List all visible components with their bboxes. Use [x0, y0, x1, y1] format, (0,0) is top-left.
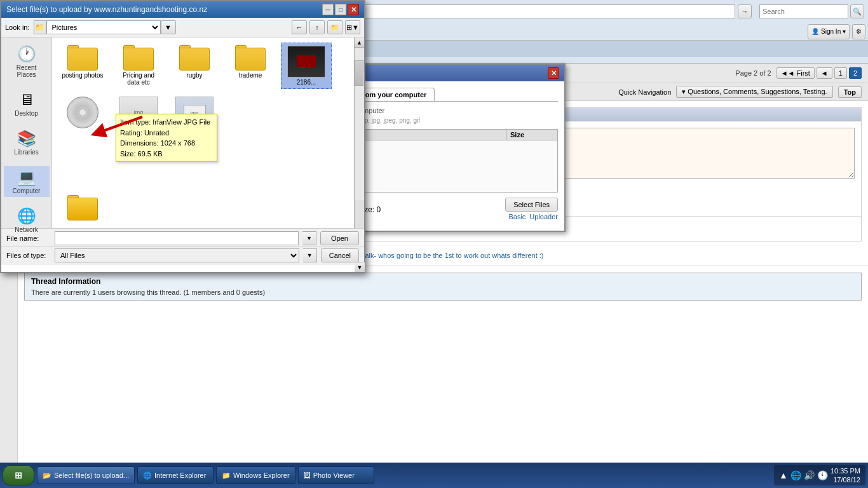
- go-button[interactable]: →: [738, 4, 752, 18]
- sidebar-libraries[interactable]: 📚 Libraries: [4, 127, 50, 158]
- taskbar-item-explorer[interactable]: 📁 Windows Explorer: [216, 466, 295, 484]
- taskbar-icon-photos: 🖼: [304, 471, 311, 479]
- maximize-button[interactable]: □: [335, 4, 346, 15]
- dialog-close-button[interactable]: ✕: [348, 4, 359, 15]
- toolbar-view-button[interactable]: ⊞▼: [345, 20, 360, 34]
- recent-places-label: Recent Places: [6, 64, 47, 78]
- sidebar-desktop[interactable]: 🖥 Desktop: [4, 88, 50, 119]
- folder-icon-rugby: [179, 45, 210, 71]
- system-tray: ▲ 🌐 🔊 🕙 10:35 PM 17/08/12: [774, 465, 865, 485]
- tooltip-rating: Rating: Unrated: [120, 128, 213, 139]
- top-button[interactable]: Top: [838, 86, 862, 98]
- look-in-select[interactable]: Pictures: [46, 20, 161, 34]
- toolbar-newfolder-button[interactable]: 📁: [327, 20, 342, 34]
- taskbar: ⊞ 📂 Select file(s) to upload... 🌐 Intern…: [0, 463, 868, 488]
- start-button[interactable]: ⊞: [3, 465, 34, 485]
- page-1-button[interactable]: 1: [834, 67, 847, 79]
- folder-icon-trademe: [235, 45, 266, 71]
- file-item-trademe[interactable]: trademe: [225, 43, 276, 89]
- dialog-file-content: posting photos Pricing and data etc rugb…: [52, 37, 354, 228]
- file-item-2186[interactable]: 2186...: [281, 43, 332, 89]
- sign-in-button[interactable]: 👤 Sign In ▾: [808, 24, 850, 39]
- file-item-disc[interactable]: [57, 94, 108, 139]
- look-in-label: Look in:: [5, 24, 30, 31]
- file-item-pricing[interactable]: Pricing and data etc: [113, 43, 164, 89]
- filetype-select[interactable]: All Files: [55, 248, 299, 262]
- file-item-posting-photos[interactable]: posting photos: [57, 43, 108, 89]
- taskbar-item-dialog[interactable]: 📂 Select file(s) to upload...: [37, 466, 135, 484]
- taskbar-icon-dialog: 📂: [43, 471, 51, 480]
- uploader-link[interactable]: Uploader: [529, 213, 558, 222]
- file-label-2186: 2186...: [297, 79, 316, 86]
- dialog-title: Select file(s) to upload by www.nzhuntin…: [6, 5, 207, 14]
- file-item-rugby[interactable]: rugby: [169, 43, 220, 89]
- tray-network-icon[interactable]: 🌐: [790, 470, 801, 480]
- quick-nav-label: Quick Navigation: [618, 88, 671, 96]
- taskbar-label-photos: Photo Viewer: [313, 471, 355, 479]
- tooltip-size: Size: 69.5 KB: [120, 149, 213, 159]
- filename-input[interactable]: [55, 231, 299, 245]
- tray-show-hidden-button[interactable]: ▲: [779, 470, 788, 480]
- libraries-label: Libraries: [14, 149, 38, 156]
- tooltip-item-type: Item type: IrfanView JPG File: [120, 117, 213, 128]
- search-input[interactable]: [759, 4, 848, 18]
- folder-icon-posting: [67, 45, 98, 71]
- dialog-sidebar: 🕐 Recent Places 🖥 Desktop 📚 Libraries 💻 …: [1, 37, 52, 228]
- basic-link[interactable]: Basic: [508, 213, 526, 222]
- dialog-titlebar: Select file(s) to upload by www.nzhuntin…: [1, 1, 364, 18]
- toolbar-back-button[interactable]: ←: [292, 20, 307, 34]
- libraries-icon: 📚: [17, 130, 36, 147]
- cancel-dialog-button[interactable]: Cancel: [321, 248, 359, 262]
- file-label-posting-photos: posting photos: [62, 72, 103, 79]
- filetype-label: Files of type:: [6, 252, 51, 259]
- quick-nav-dropdown[interactable]: ▾ Questions, Comments, Suggestions, Test…: [676, 86, 832, 98]
- thread-info: Thread Information There are currently 1…: [24, 273, 862, 301]
- prev-page-button[interactable]: ◄: [817, 67, 832, 79]
- folder-icon-pricing: [123, 45, 154, 71]
- folder-icon-extra: [67, 195, 98, 220]
- sidebar-computer[interactable]: 💻 Computer: [4, 166, 50, 197]
- open-button[interactable]: Open: [320, 231, 359, 245]
- scroll-down-button[interactable]: ▼: [355, 262, 365, 272]
- taskbar-icon-explorer: 📁: [222, 471, 231, 480]
- toolbar-up-button[interactable]: ↑: [309, 20, 325, 34]
- computer-icon: 💻: [17, 168, 36, 186]
- filename-dropdown-button[interactable]: ▼: [302, 231, 316, 245]
- page-2-button[interactable]: 2: [849, 67, 862, 79]
- computer-label: Computer: [13, 187, 41, 194]
- file-item-extra-folder[interactable]: [57, 193, 108, 223]
- dialog-scrollbar[interactable]: ▲ ▼: [354, 37, 364, 228]
- minimize-button[interactable]: ─: [322, 4, 334, 15]
- tray-volume-icon[interactable]: 🔊: [804, 470, 815, 480]
- scroll-up-button[interactable]: ▲: [355, 37, 364, 48]
- dialog-toolbar: Look in: 📁 Pictures ▼ ← ↑ 📁 ⊞▼: [1, 18, 364, 37]
- taskbar-label-ie: Internet Explorer: [154, 471, 206, 479]
- taskbar-label-explorer: Windows Explorer: [233, 471, 290, 479]
- filetype-dropdown-button[interactable]: ▼: [303, 248, 317, 262]
- sidebar-network[interactable]: 🌐 Network: [4, 205, 50, 236]
- taskbar-item-ie[interactable]: 🌐 Internet Explorer: [137, 466, 214, 484]
- file-dialog: Select file(s) to upload by www.nzhuntin…: [0, 0, 365, 273]
- disc-icon: [67, 97, 98, 128]
- select-files-button[interactable]: Select Files: [505, 198, 558, 212]
- thread-info-text: There are currently 1 users browsing thi…: [31, 288, 855, 296]
- recent-places-icon: 🕐: [17, 45, 36, 63]
- sidebar-recent-places[interactable]: 🕐 Recent Places: [4, 43, 50, 81]
- network-label: Network: [15, 226, 38, 233]
- tray-time: 10:35 PM 17/08/12: [831, 466, 860, 485]
- file-label-pricing: Pricing and data etc: [116, 72, 161, 86]
- file-label-trademe: trademe: [239, 72, 262, 79]
- scroll-thumb[interactable]: [355, 60, 363, 86]
- col-size-header: Size: [506, 130, 557, 140]
- dialog-filename-row: File name: ▼ Open: [1, 228, 364, 247]
- dialog-window-controls: ─ □ ✕: [322, 4, 359, 15]
- file-label-rugby: rugby: [186, 72, 202, 79]
- tray-clock-icon: 🕙: [817, 470, 828, 480]
- uploader-close-button[interactable]: ✕: [548, 67, 559, 79]
- taskbar-item-photos[interactable]: 🖼 Photo Viewer: [298, 466, 374, 484]
- settings-button[interactable]: ⚙: [852, 24, 865, 39]
- search-button[interactable]: 🔍: [850, 4, 864, 18]
- first-page-button[interactable]: ◄◄ First: [776, 67, 815, 79]
- look-dropdown-button[interactable]: ▼: [161, 20, 176, 34]
- filename-label: File name:: [6, 234, 51, 242]
